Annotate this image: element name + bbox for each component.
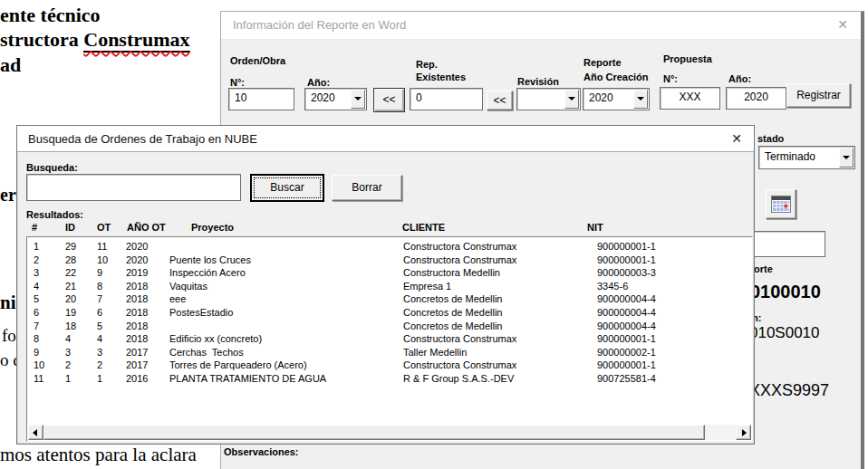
rep-existentes-input[interactable]: 0 (410, 88, 483, 110)
calendar-button[interactable] (766, 189, 796, 219)
chevron-down-icon[interactable] (633, 90, 648, 109)
shift-left-button-1[interactable]: << (373, 88, 405, 112)
table-cell: 900000001-1 (597, 254, 656, 265)
table-cell: 28 (65, 254, 76, 265)
table-row[interactable]: 10222017Torres de Parqueadero (Acero)Con… (27, 359, 752, 372)
table-row[interactable]: 52072018eeeConcretos de Medellin90000000… (27, 293, 752, 306)
propuesta-ano-input[interactable]: 2020 (726, 87, 786, 110)
table-cell: Vaquitas (169, 281, 207, 292)
column-header: # (32, 222, 37, 233)
table-cell: Concretos de Medellin (403, 307, 502, 318)
table-cell: 2018 (126, 307, 148, 318)
table-row[interactable]: 61962018PostesEstadioConcretos de Medell… (27, 307, 752, 320)
table-row[interactable]: 42182018VaquitasEmpresa 13345-6 (27, 281, 752, 293)
search-close-icon[interactable]: ✕ (731, 131, 742, 146)
report-close-icon[interactable]: ✕ (837, 17, 848, 32)
fecha-input[interactable] (748, 231, 825, 257)
table-row[interactable]: 129112020Constructora Construmax90000000… (27, 241, 752, 254)
reporte-creacion-label-1: Reporte (583, 57, 622, 68)
table-cell: 8 (97, 281, 102, 292)
registrar-button[interactable]: Registrar (786, 83, 851, 108)
column-header: AÑO OT (127, 222, 166, 233)
buscar-button[interactable]: Buscar (250, 174, 324, 202)
shift-left-button-2[interactable]: << (487, 91, 513, 110)
table-cell: 2 (65, 359, 71, 370)
table-cell: PostesEstadio (169, 307, 233, 318)
table-cell: 2018 (126, 293, 148, 304)
propuesta-numero-input[interactable]: XXX (660, 87, 720, 110)
scroll-right-icon[interactable] (736, 425, 751, 440)
table-row[interactable]: 11112016PLANTA TRATAMIENTO DE AGUAR & F … (27, 373, 752, 386)
report-dialog-title: Información del Reporte en Word (233, 18, 406, 32)
table-cell: eee (169, 293, 186, 304)
search-dialog: Busqueda de Ordenes de Trabajo en NUBE ✕… (16, 125, 755, 445)
report-code-mid: 010S0010 (749, 324, 820, 342)
results-listbox[interactable]: 129112020Constructora Construmax90000000… (26, 236, 753, 442)
table-cell: 6 (34, 307, 39, 318)
numero-input[interactable]: 10 (228, 88, 294, 110)
table-cell: Constructora Construmax (403, 241, 516, 252)
table-cell: 900000003-3 (597, 267, 656, 278)
table-cell: Constructora Construmax (403, 333, 516, 344)
reporte-creacion-combobox[interactable]: 2020 (583, 88, 650, 110)
table-row[interactable]: 8442018Edificio xx (concreto)Constructor… (27, 333, 752, 346)
doc-line-constructora: structora Construmax (0, 28, 190, 52)
table-cell: PLANTA TRATAMIENTO DE AGUA (169, 373, 326, 384)
table-cell: 11 (97, 241, 107, 252)
propuesta-ano-label: Año: (728, 73, 751, 84)
search-dialog-title: Busqueda de Ordenes de Trabajo en NUBE (28, 132, 257, 146)
chevron-down-icon[interactable] (351, 90, 365, 109)
table-cell: 3 (34, 267, 39, 278)
scrollbar-thumb[interactable] (43, 425, 705, 440)
numero-label: N°: (230, 77, 245, 88)
resultados-label: Resultados: (26, 209, 83, 220)
doc-line-ente-tecnico: ente técnico (0, 4, 101, 27)
table-row[interactable]: 32292019Inspección AceroConstructora Med… (27, 267, 752, 280)
table-cell: 2018 (126, 333, 148, 344)
report-dialog-titlebar[interactable]: Información del Reporte en Word ✕ (221, 12, 861, 40)
table-cell: 3 (97, 347, 102, 358)
table-row[interactable]: 71852018Concretos de Medellin900000004-4 (27, 321, 752, 333)
table-cell: R & F Group S.A.S.-DEV (403, 373, 514, 384)
table-cell: 2 (34, 254, 39, 265)
table-cell: Cerchas Techos (169, 347, 244, 358)
table-cell: Puente los Cruces (169, 254, 251, 265)
calendar-icon (771, 196, 791, 213)
scroll-left-icon[interactable] (28, 425, 43, 440)
rep-existentes-label-2: Existentes (416, 72, 466, 82)
horizontal-scrollbar[interactable] (28, 425, 751, 440)
table-cell: 900000001-1 (597, 241, 656, 252)
table-cell: 22 (65, 267, 76, 278)
table-cell: 1 (65, 373, 71, 384)
propuesta-section-label: Propuesta (663, 53, 712, 64)
table-cell: 2016 (126, 373, 148, 384)
column-header: OT (97, 222, 111, 233)
table-cell: Constructora Construmax (403, 254, 516, 265)
table-cell: 5 (97, 321, 102, 331)
borrar-button[interactable]: Borrar (332, 175, 402, 201)
observaciones-label: Observaciones: (224, 446, 299, 457)
table-cell: 5 (34, 293, 39, 304)
orden-obra-section-label: Orden/Obra (230, 55, 285, 66)
table-row[interactable]: 9332017Cerchas TechosTaller Medellin9000… (27, 347, 752, 359)
table-cell: 18 (65, 321, 76, 331)
search-dialog-titlebar[interactable]: Busqueda de Ordenes de Trabajo en NUBE ✕ (17, 126, 754, 152)
doc-line-atentos: mos atentos para la aclara (0, 444, 197, 466)
table-cell: 7 (34, 321, 39, 331)
revision-combobox[interactable] (516, 88, 581, 110)
table-row[interactable]: 228102020Puente los CrucesConstructora C… (27, 254, 752, 267)
search-input[interactable] (26, 174, 241, 201)
estado-combobox[interactable]: Terminado (758, 146, 855, 169)
chevron-down-icon[interactable] (839, 148, 854, 168)
table-cell: Inspección Acero (169, 267, 246, 278)
busqueda-label: Busqueda: (26, 162, 78, 173)
table-cell: Taller Medellin (403, 347, 467, 358)
table-cell: 29 (65, 241, 76, 252)
reporte-creacion-label-2: Año Creación (583, 72, 649, 82)
table-cell: 2020 (126, 241, 148, 252)
chevron-down-icon[interactable] (564, 90, 579, 109)
table-cell: 11 (34, 373, 43, 384)
table-cell: 2019 (126, 267, 148, 278)
ano-label: Año: (307, 77, 330, 88)
ano-combobox[interactable]: 2020 (304, 88, 367, 110)
